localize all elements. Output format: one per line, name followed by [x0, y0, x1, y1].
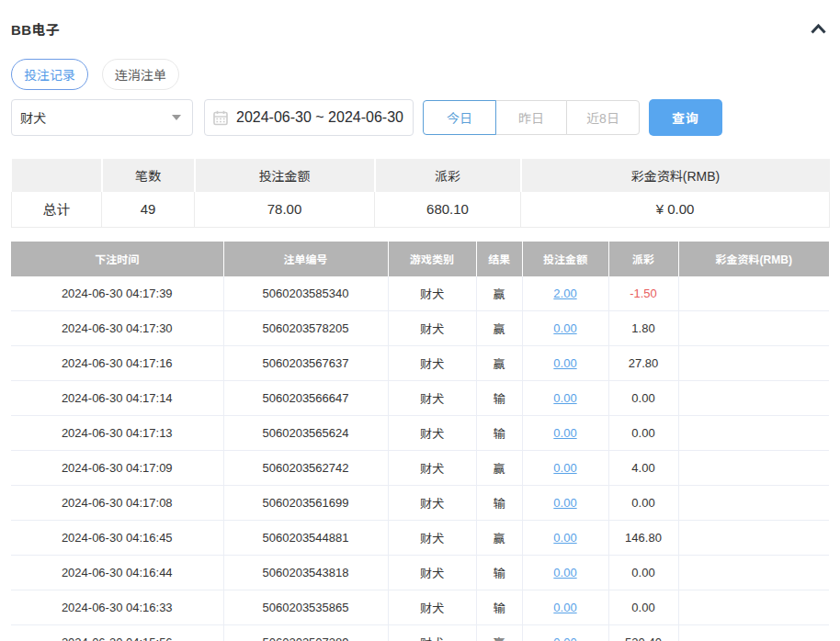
record-row: 2024-06-30 04:17:39 5060203585340 财犬 赢 2…	[11, 276, 829, 311]
record-amount-link[interactable]: 2.00	[553, 287, 576, 300]
record-id: 5060203585340	[223, 276, 388, 311]
record-bonus	[678, 556, 829, 590]
record-game: 财犬	[388, 381, 476, 416]
record-game: 财犬	[388, 276, 476, 311]
record-amount-cell: 0.00	[522, 311, 608, 346]
record-id: 5060203566647	[223, 381, 388, 416]
records-table: 下注时间 注单编号 游戏类别 结果 投注金额 派彩 彩金资料(RMB) 2024…	[11, 242, 829, 641]
record-time: 2024-06-30 04:17:08	[11, 486, 223, 521]
record-bonus	[678, 416, 829, 451]
records-body: 2024-06-30 04:17:39 5060203585340 财犬 赢 2…	[11, 276, 829, 641]
record-amount-cell: 0.00	[522, 590, 608, 625]
record-game: 财犬	[388, 590, 476, 625]
record-amount-link[interactable]: 0.00	[553, 531, 576, 545]
record-row: 2024-06-30 04:17:13 5060203565624 财犬 输 0…	[11, 416, 829, 451]
record-amount-link[interactable]: 0.00	[553, 426, 576, 440]
record-id: 5060203578205	[223, 311, 388, 346]
record-payout: 27.80	[608, 346, 678, 381]
record-bonus	[678, 451, 829, 486]
records-col-payout: 派彩	[608, 242, 678, 276]
record-game: 财犬	[388, 451, 476, 486]
date-range-input[interactable]: 2024-06-30 ~ 2024-06-30	[204, 99, 414, 136]
game-select[interactable]: 财犬	[11, 99, 193, 136]
record-row: 2024-06-30 04:17:16 5060203567637 财犬 赢 0…	[11, 346, 829, 381]
record-result: 赢	[476, 521, 522, 556]
summary-col-bet-amount: 投注金额	[195, 159, 375, 192]
record-amount-cell: 2.00	[522, 276, 608, 311]
record-id: 5060203543818	[223, 556, 388, 590]
record-result: 输	[476, 486, 522, 521]
records-col-game: 游戏类别	[388, 242, 476, 276]
record-result: 输	[476, 556, 522, 590]
record-time: 2024-06-30 04:17:30	[11, 311, 223, 346]
records-col-amount: 投注金额	[522, 242, 608, 276]
record-amount-link[interactable]: 0.00	[553, 601, 576, 614]
record-bonus	[678, 381, 829, 416]
game-select-value: 财犬	[20, 108, 172, 127]
yesterday-button[interactable]: 昨日	[495, 100, 567, 135]
query-button[interactable]: 查询	[649, 99, 722, 136]
record-amount-cell: 0.00	[522, 521, 608, 556]
record-game: 财犬	[388, 311, 476, 346]
record-payout: 0.00	[608, 556, 678, 590]
record-time: 2024-06-30 04:17:09	[11, 451, 223, 486]
record-bonus	[678, 486, 829, 521]
filter-bar: 财犬 2024-06-30 ~ 2024-06-30 今日 昨日 近8日 查询	[11, 99, 829, 136]
record-amount-cell: 0.00	[522, 625, 608, 641]
last-8-days-button[interactable]: 近8日	[566, 100, 640, 135]
record-time: 2024-06-30 04:17:13	[11, 416, 223, 451]
summary-table: 笔数 投注金额 派彩 彩金资料(RMB) 总计 49 78.00 680.10 …	[11, 159, 830, 228]
summary-total-label: 总计	[12, 192, 102, 227]
record-payout: 1.80	[608, 311, 678, 346]
tab-cancelled-orders[interactable]: 连消注单	[102, 59, 179, 90]
records-col-time: 下注时间	[11, 242, 223, 276]
record-amount-link[interactable]: 0.00	[553, 566, 576, 579]
record-time: 2024-06-30 04:16:33	[11, 590, 223, 625]
record-amount-link[interactable]: 0.00	[553, 461, 576, 475]
record-game: 财犬	[388, 346, 476, 381]
caret-down-icon	[172, 115, 181, 120]
records-col-id: 注单编号	[223, 242, 388, 276]
record-id: 5060203562742	[223, 451, 388, 486]
bet-records-panel: BB电子 投注记录 连消注单 财犬 202	[0, 0, 840, 641]
panel-header: BB电子	[11, 20, 829, 37]
record-type-tabs: 投注记录 连消注单	[11, 59, 829, 90]
record-amount-link[interactable]: 0.00	[553, 496, 576, 510]
record-amount-cell: 0.00	[522, 381, 608, 416]
records-header-row: 下注时间 注单编号 游戏类别 结果 投注金额 派彩 彩金资料(RMB)	[11, 242, 829, 276]
quick-range-group: 今日 昨日 近8日	[423, 100, 640, 135]
record-amount-cell: 0.00	[522, 346, 608, 381]
record-game: 财犬	[388, 521, 476, 556]
record-amount-link[interactable]: 0.00	[553, 635, 576, 641]
record-id: 5060203567637	[223, 346, 388, 381]
record-row: 2024-06-30 04:17:08 5060203561699 财犬 输 0…	[11, 486, 829, 521]
record-payout: 0.00	[608, 416, 678, 451]
date-range-value: 2024-06-30 ~ 2024-06-30	[236, 109, 403, 126]
record-id: 5060203535865	[223, 590, 388, 625]
record-time: 2024-06-30 04:17:16	[11, 346, 223, 381]
record-id: 5060203507289	[223, 625, 388, 641]
tab-bet-records[interactable]: 投注记录	[11, 59, 88, 90]
record-payout: 4.00	[608, 451, 678, 486]
record-bonus	[678, 311, 829, 346]
record-payout: 0.00	[608, 486, 678, 521]
page-title: BB电子	[11, 19, 60, 39]
record-amount-link[interactable]: 0.00	[553, 321, 576, 335]
record-amount-link[interactable]: 0.00	[553, 356, 576, 370]
record-game: 财犬	[388, 556, 476, 590]
summary-col-bonus: 彩金资料(RMB)	[521, 159, 830, 192]
record-bonus	[678, 590, 829, 625]
summary-total-row: 总计 49 78.00 680.10 ¥ 0.00	[12, 192, 830, 227]
record-payout: 146.80	[608, 521, 678, 556]
record-amount-link[interactable]: 0.00	[553, 391, 576, 405]
summary-header-row: 笔数 投注金额 派彩 彩金资料(RMB)	[12, 159, 830, 192]
collapse-panel-button[interactable]	[809, 22, 827, 35]
record-row: 2024-06-30 04:16:33 5060203535865 财犬 输 0…	[11, 590, 829, 625]
record-amount-cell: 0.00	[522, 556, 608, 590]
summary-col-payout: 派彩	[375, 159, 521, 192]
record-bonus	[678, 346, 829, 381]
record-time: 2024-06-30 04:17:14	[11, 381, 223, 416]
record-row: 2024-06-30 04:17:30 5060203578205 财犬 赢 0…	[11, 311, 829, 346]
today-button[interactable]: 今日	[423, 100, 496, 135]
record-amount-cell: 0.00	[522, 416, 608, 451]
